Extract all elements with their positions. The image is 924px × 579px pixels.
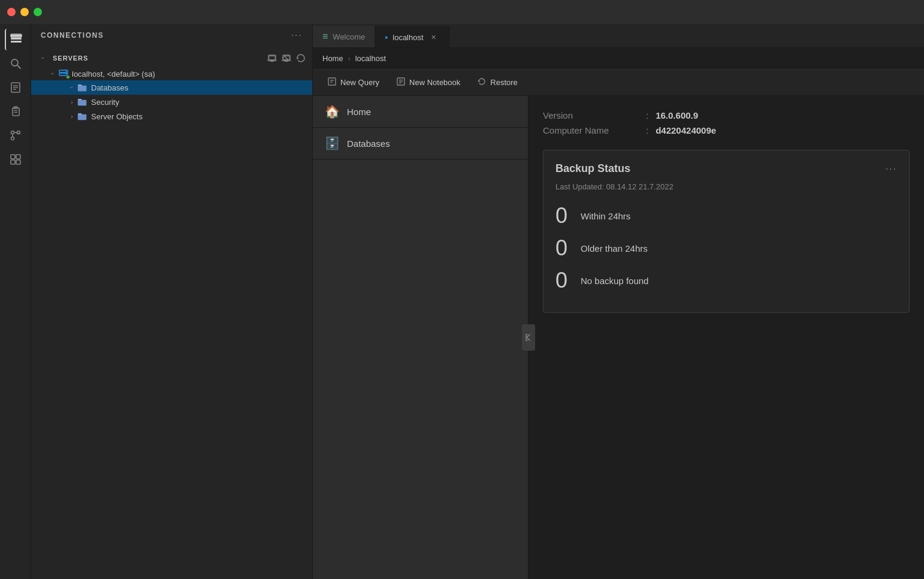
activity-notebooks[interactable] bbox=[5, 77, 26, 98]
tab-bar: ≡ Welcome ▪ localhost ✕ bbox=[313, 24, 924, 48]
refresh-button[interactable] bbox=[294, 52, 307, 65]
svg-rect-19 bbox=[11, 160, 15, 164]
version-row: Version : 16.0.600.9 bbox=[543, 110, 910, 120]
activity-source-control[interactable] bbox=[5, 125, 26, 146]
backup-num-within-24: 0 bbox=[555, 203, 573, 228]
computer-value: d4220424009e bbox=[656, 125, 716, 135]
tree-item-server-objects[interactable]: › Server Objects bbox=[31, 109, 312, 123]
close-tab-button[interactable]: ✕ bbox=[428, 32, 439, 43]
traffic-lights bbox=[7, 8, 42, 16]
activity-connections[interactable] bbox=[5, 29, 26, 50]
databases-label: Databases bbox=[91, 83, 128, 92]
databases-folder-icon bbox=[77, 82, 87, 93]
svg-rect-22 bbox=[269, 56, 275, 60]
computer-name-row: Computer Name : d4220424009e bbox=[543, 125, 910, 135]
backup-label-no-backup: No backup found bbox=[581, 276, 648, 286]
breadcrumb: Home › localhost bbox=[313, 48, 924, 70]
welcome-tab-icon: ≡ bbox=[322, 31, 328, 42]
server-objects-label: Server Objects bbox=[91, 112, 143, 121]
breadcrumb-sep1: › bbox=[348, 55, 351, 63]
backup-more-button[interactable]: ··· bbox=[886, 164, 897, 174]
server-item[interactable]: › localhost, <default> (sa) bbox=[31, 67, 312, 80]
new-query-label: New Query bbox=[340, 78, 379, 87]
svg-point-4 bbox=[11, 59, 18, 66]
sidebar: CONNECTIONS ··· › SERVERS bbox=[31, 24, 313, 579]
backup-stat-within-24: 0 Within 24hrs bbox=[555, 203, 897, 228]
servers-header[interactable]: › SERVERS bbox=[31, 49, 312, 67]
nav-databases-label: Databases bbox=[347, 138, 390, 149]
svg-rect-0 bbox=[11, 35, 22, 37]
svg-rect-17 bbox=[11, 155, 15, 159]
new-notebook-button[interactable]: New Notebook bbox=[389, 74, 467, 91]
titlebar bbox=[0, 0, 924, 24]
content-area: ≡ Welcome ▪ localhost ✕ Home › localhost bbox=[313, 24, 924, 579]
home-nav-icon: 🏠 bbox=[325, 104, 340, 119]
security-folder-icon bbox=[77, 96, 87, 107]
close-button[interactable] bbox=[7, 8, 16, 16]
activity-bar bbox=[0, 24, 31, 579]
tree-item-security[interactable]: › Security bbox=[31, 95, 312, 109]
maximize-button[interactable] bbox=[34, 8, 42, 16]
backup-num-no-backup: 0 bbox=[555, 268, 573, 293]
collapse-panel-button[interactable] bbox=[522, 324, 535, 351]
nav-panel: 🏠 Home 🗄️ Databases bbox=[313, 96, 529, 579]
nav-home-label: Home bbox=[347, 107, 371, 117]
backup-status-card: Backup Status ··· Last Updated: 08.14.12… bbox=[543, 150, 910, 313]
computer-label: Computer Name bbox=[543, 125, 639, 135]
security-chevron: › bbox=[67, 97, 77, 107]
activity-clipboard[interactable] bbox=[5, 101, 26, 122]
breadcrumb-localhost[interactable]: localhost bbox=[355, 54, 386, 63]
servers-label: SERVERS bbox=[53, 55, 261, 62]
tab-welcome[interactable]: ≡ Welcome bbox=[313, 26, 375, 47]
databases-chevron: › bbox=[67, 83, 77, 92]
server-chevron: › bbox=[48, 69, 58, 79]
localhost-tab-label: localhost bbox=[392, 33, 423, 42]
svg-point-14 bbox=[11, 131, 14, 134]
svg-rect-2 bbox=[11, 41, 22, 43]
svg-rect-20 bbox=[16, 160, 20, 164]
version-value: 16.0.600.9 bbox=[656, 110, 698, 120]
backup-label-within-24: Within 24hrs bbox=[581, 211, 630, 221]
restore-label: Restore bbox=[490, 78, 518, 87]
sidebar-title: CONNECTIONS bbox=[41, 31, 104, 40]
new-query-button[interactable]: New Query bbox=[320, 74, 386, 91]
servers-section: › SERVERS bbox=[31, 47, 312, 126]
svg-point-15 bbox=[11, 137, 14, 140]
disconnect-button[interactable] bbox=[280, 52, 293, 65]
nav-databases[interactable]: 🗄️ Databases bbox=[313, 128, 528, 159]
backup-card-header: Backup Status ··· bbox=[555, 162, 897, 175]
security-label: Security bbox=[91, 98, 119, 107]
main-layout: CONNECTIONS ··· › SERVERS bbox=[0, 24, 924, 579]
breadcrumb-home[interactable]: Home bbox=[322, 54, 343, 63]
tree-item-databases[interactable]: › Databases bbox=[31, 80, 312, 95]
server-objects-chevron: › bbox=[67, 111, 77, 121]
add-connection-button[interactable] bbox=[265, 52, 279, 65]
backup-label-older-24: Older than 24hrs bbox=[581, 243, 648, 254]
svg-point-32 bbox=[66, 71, 67, 72]
activity-extensions[interactable] bbox=[5, 149, 26, 170]
svg-rect-1 bbox=[11, 38, 22, 40]
new-query-icon bbox=[327, 77, 337, 88]
databases-nav-icon: 🗄️ bbox=[325, 136, 340, 150]
servers-actions bbox=[265, 52, 307, 65]
restore-button[interactable]: Restore bbox=[470, 74, 525, 91]
toolbar: New Query New Notebook bbox=[313, 70, 924, 96]
sidebar-header: CONNECTIONS ··· bbox=[31, 24, 312, 47]
restore-icon bbox=[477, 77, 487, 88]
version-label: Version bbox=[543, 110, 639, 120]
svg-line-5 bbox=[17, 65, 20, 68]
activity-search[interactable] bbox=[5, 53, 26, 74]
tab-localhost[interactable]: ▪ localhost ✕ bbox=[375, 26, 449, 47]
sidebar-more-button[interactable]: ··· bbox=[291, 30, 303, 41]
backup-stat-no-backup: 0 No backup found bbox=[555, 268, 897, 293]
backup-last-updated: Last Updated: 08.14.12 21.7.2022 bbox=[555, 182, 897, 191]
backup-status-title: Backup Status bbox=[555, 162, 630, 175]
server-name-label: localhost, <default> (sa) bbox=[72, 70, 155, 79]
version-sep: : bbox=[646, 110, 648, 120]
minimize-button[interactable] bbox=[20, 8, 29, 16]
nav-home[interactable]: 🏠 Home bbox=[313, 96, 528, 128]
server-status-dot bbox=[66, 75, 70, 79]
servers-chevron: › bbox=[38, 53, 48, 63]
localhost-tab-icon: ▪ bbox=[385, 32, 388, 42]
details-panel: Version : 16.0.600.9 Computer Name : d42… bbox=[529, 96, 924, 579]
